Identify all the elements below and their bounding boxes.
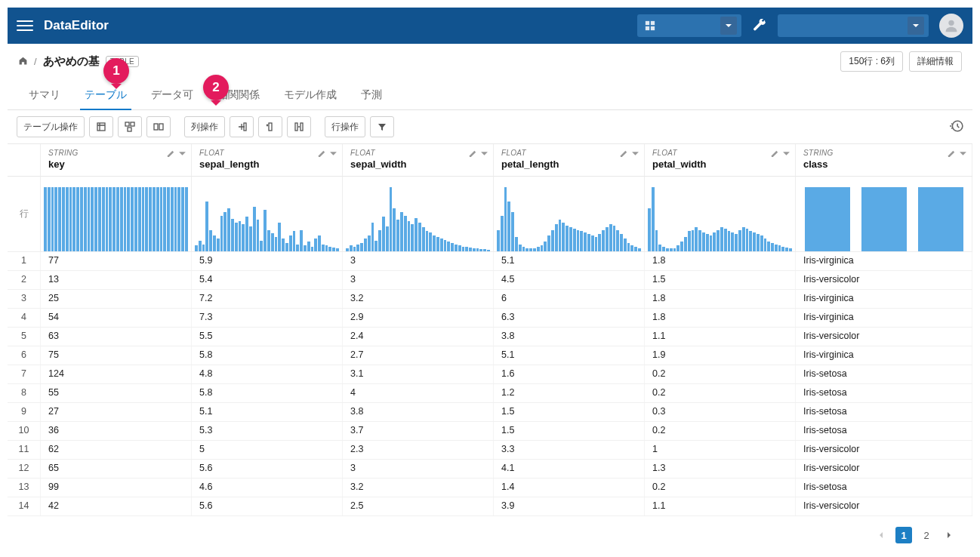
tab-predict[interactable]: 予測 bbox=[359, 82, 384, 109]
cell-petal_width[interactable]: 0.2 bbox=[645, 365, 796, 383]
cell-key[interactable]: 99 bbox=[41, 479, 192, 497]
appbar-dropdown-2[interactable] bbox=[778, 14, 929, 37]
cell-sepal_length[interactable]: 5.5 bbox=[192, 328, 343, 346]
edit-column-icon[interactable] bbox=[318, 149, 326, 160]
cell-class[interactable]: Iris-versicolor bbox=[796, 328, 972, 346]
tab-model[interactable]: モデル作成 bbox=[282, 82, 338, 109]
cell-key[interactable]: 77 bbox=[41, 252, 192, 270]
cell-key[interactable]: 36 bbox=[41, 422, 192, 440]
cell-petal_length[interactable]: 1.4 bbox=[494, 479, 645, 497]
cell-sepal_width[interactable]: 3.8 bbox=[343, 403, 494, 421]
row-ops-button[interactable]: 行操作 bbox=[325, 116, 365, 137]
table-row[interactable]: 4547.32.96.31.8Iris-virginica bbox=[8, 309, 972, 328]
cell-petal_length[interactable]: 3.3 bbox=[494, 441, 645, 459]
cell-petal_length[interactable]: 3.8 bbox=[494, 328, 645, 346]
column-menu-icon[interactable] bbox=[480, 149, 488, 160]
table-row[interactable]: 9275.13.81.50.3Iris-setosa bbox=[8, 403, 972, 422]
cell-sepal_length[interactable]: 5.4 bbox=[192, 271, 343, 289]
cell-petal_length[interactable]: 3.9 bbox=[494, 497, 645, 515]
cell-class[interactable]: Iris-setosa bbox=[796, 422, 972, 440]
cell-petal_width[interactable]: 1.1 bbox=[645, 497, 796, 515]
cell-key[interactable]: 25 bbox=[41, 290, 192, 308]
cell-sepal_length[interactable]: 5.6 bbox=[192, 497, 343, 515]
merge-icon[interactable] bbox=[146, 116, 171, 137]
cell-petal_length[interactable]: 1.5 bbox=[494, 422, 645, 440]
cell-class[interactable]: Iris-virginica bbox=[796, 309, 972, 327]
cell-petal_width[interactable]: 1.8 bbox=[645, 290, 796, 308]
column-header-class[interactable]: STRINGclass bbox=[796, 144, 972, 176]
cell-class[interactable]: Iris-versicolor bbox=[796, 497, 972, 515]
cell-petal_length[interactable]: 1.5 bbox=[494, 403, 645, 421]
column-menu-icon[interactable] bbox=[631, 149, 639, 160]
cell-sepal_width[interactable]: 3.2 bbox=[343, 290, 494, 308]
tab-table[interactable]: テーブル bbox=[83, 82, 128, 109]
cell-class[interactable]: Iris-versicolor bbox=[796, 460, 972, 478]
add-column-icon[interactable] bbox=[230, 116, 254, 137]
cell-sepal_length[interactable]: 5.8 bbox=[192, 346, 343, 365]
cell-class[interactable]: Iris-virginica bbox=[796, 252, 972, 270]
cell-sepal_length[interactable]: 5.1 bbox=[192, 403, 343, 421]
edit-column-icon[interactable] bbox=[167, 149, 175, 160]
cell-key[interactable]: 124 bbox=[41, 365, 192, 383]
cell-petal_length[interactable]: 5.1 bbox=[494, 252, 645, 270]
cell-petal_width[interactable]: 1.5 bbox=[645, 271, 796, 289]
table-row[interactable]: 2135.434.51.5Iris-versicolor bbox=[8, 271, 972, 290]
cell-sepal_length[interactable]: 4.8 bbox=[192, 365, 343, 383]
group-icon[interactable] bbox=[118, 116, 142, 137]
cell-petal_width[interactable]: 0.2 bbox=[645, 422, 796, 440]
page-next-button[interactable] bbox=[941, 527, 957, 543]
cell-key[interactable]: 62 bbox=[41, 441, 192, 459]
cell-sepal_length[interactable]: 7.3 bbox=[192, 309, 343, 327]
arrange-columns-icon[interactable] bbox=[287, 116, 311, 137]
appbar-dropdown-1[interactable] bbox=[637, 14, 741, 37]
column-menu-icon[interactable] bbox=[178, 149, 186, 160]
cell-petal_width[interactable]: 1.8 bbox=[645, 309, 796, 327]
cell-petal_length[interactable]: 6 bbox=[494, 290, 645, 308]
cell-petal_length[interactable]: 1.6 bbox=[494, 365, 645, 383]
cell-sepal_width[interactable]: 3.7 bbox=[343, 422, 494, 440]
cell-class[interactable]: Iris-setosa bbox=[796, 365, 972, 383]
column-ops-button[interactable]: 列操作 bbox=[184, 116, 225, 137]
column-header-sepal_width[interactable]: FLOATsepal_width bbox=[343, 144, 494, 176]
cell-sepal_width[interactable]: 2.3 bbox=[343, 441, 494, 459]
cell-petal_length[interactable]: 5.1 bbox=[494, 346, 645, 365]
cell-sepal_width[interactable]: 2.9 bbox=[343, 309, 494, 327]
cell-sepal_length[interactable]: 5.8 bbox=[192, 384, 343, 402]
settings-icon[interactable] bbox=[752, 19, 767, 32]
cell-petal_width[interactable]: 0.2 bbox=[645, 384, 796, 402]
table-row[interactable]: 3257.23.261.8Iris-virginica bbox=[8, 290, 972, 309]
table-row[interactable]: 13994.63.21.40.2Iris-setosa bbox=[8, 479, 972, 497]
cell-petal_length[interactable]: 1.2 bbox=[494, 384, 645, 402]
cell-sepal_width[interactable]: 4 bbox=[343, 384, 494, 402]
tab-dataviz[interactable]: データ可 bbox=[149, 82, 195, 109]
cell-sepal_width[interactable]: 3 bbox=[343, 252, 494, 270]
table-row[interactable]: 1775.935.11.8Iris-virginica bbox=[8, 252, 972, 271]
avatar[interactable] bbox=[939, 14, 963, 38]
page-2-button[interactable]: 2 bbox=[918, 527, 935, 543]
column-header-sepal_length[interactable]: FLOATsepal_length bbox=[192, 144, 343, 176]
table-ops-button[interactable]: テーブル操作 bbox=[17, 116, 85, 137]
menu-icon[interactable] bbox=[17, 17, 33, 34]
cell-sepal_width[interactable]: 3 bbox=[343, 271, 494, 289]
table-row[interactable]: 12655.634.11.3Iris-versicolor bbox=[8, 460, 972, 479]
cell-class[interactable]: Iris-versicolor bbox=[796, 271, 972, 289]
filter-icon[interactable] bbox=[370, 116, 394, 137]
cell-sepal_width[interactable]: 2.7 bbox=[343, 346, 494, 365]
cell-petal_length[interactable]: 6.3 bbox=[494, 309, 645, 327]
edit-column-icon[interactable] bbox=[948, 149, 956, 160]
cell-petal_width[interactable]: 1 bbox=[645, 441, 796, 459]
page-prev-button[interactable] bbox=[873, 527, 889, 543]
edit-column-icon[interactable] bbox=[620, 149, 628, 160]
column-menu-icon[interactable] bbox=[782, 149, 790, 160]
cell-key[interactable]: 65 bbox=[41, 460, 192, 478]
cell-petal_length[interactable]: 4.1 bbox=[494, 460, 645, 478]
column-header-petal_length[interactable]: FLOATpetal_length bbox=[494, 144, 645, 176]
cell-key[interactable]: 63 bbox=[41, 328, 192, 346]
cell-class[interactable]: Iris-setosa bbox=[796, 479, 972, 497]
table-row[interactable]: 5635.52.43.81.1Iris-versicolor bbox=[8, 328, 972, 346]
cell-petal_width[interactable]: 1.3 bbox=[645, 460, 796, 478]
cell-key[interactable]: 27 bbox=[41, 403, 192, 421]
home-icon[interactable] bbox=[18, 56, 28, 68]
tab-summary[interactable]: サマリ bbox=[27, 82, 62, 109]
cell-sepal_length[interactable]: 7.2 bbox=[192, 290, 343, 308]
